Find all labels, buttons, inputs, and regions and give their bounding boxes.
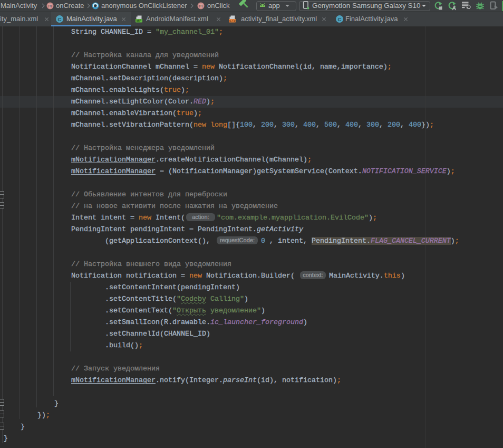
svg-text:C: C	[58, 16, 62, 22]
svg-text:</>: </>	[229, 19, 236, 23]
svg-text:m: m	[48, 3, 52, 8]
svg-text:C: C	[338, 16, 342, 22]
svg-text:m: m	[199, 3, 202, 8]
svg-text:MF: MF	[137, 19, 141, 23]
